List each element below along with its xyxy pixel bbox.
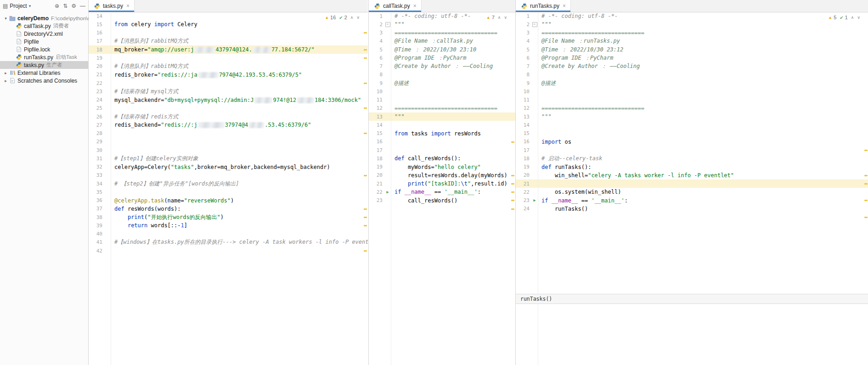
code-line[interactable]: 17#【消息队列】rabbitMQ方式 bbox=[89, 37, 368, 45]
code-line[interactable]: 9@描述 bbox=[516, 79, 868, 87]
tree-item-scratches[interactable]: ▸Scratches and Consoles bbox=[0, 77, 88, 84]
project-panel-title[interactable]: Project bbox=[10, 3, 27, 9]
tree-item-runtasks-py[interactable]: runTasks.py启动Task bbox=[0, 53, 88, 61]
dropdown-arrow-icon[interactable]: ▾ bbox=[29, 4, 31, 8]
code-line[interactable]: 19def runTasks(): bbox=[516, 163, 868, 171]
code-line[interactable]: 35 bbox=[89, 188, 368, 196]
code-line[interactable]: 37def resWords(words): bbox=[89, 205, 368, 213]
scrollbar[interactable] bbox=[510, 24, 515, 365]
code-line[interactable]: 15from celery import Celery bbox=[89, 20, 368, 28]
code-line[interactable]: 18mq_broker="amqp://user:j437974@124.77.… bbox=[89, 45, 368, 54]
code-line[interactable]: 34# 【step2】创建"异步任务"[words的反向输出] bbox=[89, 180, 368, 188]
inspection-widget[interactable]: ▲7 ✔ ∧ ∨ bbox=[486, 15, 507, 20]
inspection-widget[interactable]: ▲5 ✔1 ∧ ∨ bbox=[828, 15, 860, 20]
code-line[interactable]: 4@File Name ：runTasks.py bbox=[516, 37, 868, 45]
code-line[interactable]: 11 bbox=[516, 96, 868, 104]
code-line[interactable]: 15 bbox=[516, 129, 868, 138]
close-icon[interactable]: × bbox=[413, 3, 417, 9]
code-line[interactable]: 25 bbox=[89, 104, 368, 112]
next-issue-icon[interactable]: ∨ bbox=[857, 15, 860, 20]
code-line[interactable]: 24 runTasks() bbox=[516, 205, 868, 213]
code-line[interactable]: 41#【windows】在tasks.py所在的目录执行---> celery … bbox=[89, 238, 368, 247]
tree-item-pipfile-lock[interactable]: Pipfile.lock bbox=[0, 45, 88, 53]
project-tool-icon[interactable]: ▤ bbox=[3, 3, 8, 9]
code-line[interactable]: 27redis_backend="redis://:j37974@4.53.45… bbox=[89, 121, 368, 129]
fold-icon[interactable]: − bbox=[532, 22, 537, 27]
scrollbar[interactable] bbox=[863, 24, 868, 365]
code-line[interactable]: 38 print("开始执行words的反向输出") bbox=[89, 213, 368, 221]
code-line[interactable]: 8 bbox=[516, 71, 868, 79]
close-icon[interactable]: × bbox=[563, 3, 566, 9]
locate-file-icon[interactable]: ⊕ bbox=[55, 3, 59, 9]
tab-runtasks-py[interactable]: runTasks.py × bbox=[516, 0, 571, 12]
prev-issue-icon[interactable]: ∧ bbox=[498, 15, 501, 20]
code-line[interactable]: 20#【消息队列】rabbitMQ方式 bbox=[89, 62, 368, 71]
scrollbar[interactable] bbox=[362, 24, 368, 365]
editor-body[interactable]: 1# -*- coding: utf-8 -*-2−"""3==========… bbox=[369, 12, 515, 365]
next-issue-icon[interactable]: ∨ bbox=[356, 15, 360, 20]
code-line[interactable]: 22 os.system(win_shell) bbox=[516, 188, 868, 196]
breadcrumb-item[interactable]: runTasks() bbox=[520, 296, 552, 302]
collapsed-arrow-icon[interactable]: ▸ bbox=[3, 71, 9, 75]
code-line[interactable]: 42 bbox=[89, 247, 368, 255]
editor-body[interactable]: 1415from celery import Celery1617#【消息队列】… bbox=[89, 12, 368, 365]
collapsed-arrow-icon[interactable]: ▸ bbox=[3, 79, 9, 83]
fold-icon[interactable]: − bbox=[385, 22, 390, 27]
code-line[interactable]: 21 bbox=[516, 180, 868, 188]
tab-tasks-py[interactable]: tasks.py × bbox=[89, 0, 135, 12]
code-line[interactable]: 17 bbox=[516, 146, 868, 154]
prev-issue-icon[interactable]: ∧ bbox=[350, 15, 354, 20]
prev-issue-icon[interactable]: ∧ bbox=[851, 15, 854, 20]
code-line[interactable]: 7@Create by Author ： ——Cooling bbox=[516, 62, 868, 71]
tab-calltask-py[interactable]: callTask.py × bbox=[369, 0, 422, 12]
hide-panel-icon[interactable]: — bbox=[80, 3, 85, 9]
expanded-arrow-icon[interactable]: ▾ bbox=[3, 16, 9, 21]
code-line[interactable]: 39 return words[::-1] bbox=[89, 221, 368, 230]
code-line[interactable]: 21redis_broker="redis://:ja7974@42.193.5… bbox=[89, 71, 368, 79]
tree-item-calltask-py[interactable]: callTask.py消费者 bbox=[0, 22, 88, 30]
code-line[interactable]: 22 bbox=[89, 79, 368, 87]
code-line[interactable]: 2−""" bbox=[516, 20, 868, 28]
code-line[interactable]: 36@celeryApp.task(name="reverseWords") bbox=[89, 197, 368, 205]
code-line[interactable]: 33 bbox=[89, 171, 368, 180]
code-text: #【消息队列】rabbitMQ方式 bbox=[111, 37, 188, 45]
code-line[interactable]: 16 bbox=[89, 29, 368, 37]
code-line[interactable]: 32celeryApp=Celery("tasks",broker=mq_bro… bbox=[89, 163, 368, 171]
tree-item-celerydemo[interactable]: ▾celeryDemoF:\code\python\ce bbox=[0, 14, 88, 22]
settings-icon[interactable]: ⚙ bbox=[71, 3, 76, 9]
code-line[interactable]: 19 bbox=[89, 54, 368, 62]
tree-item-pipfile[interactable]: Pipfile bbox=[0, 38, 88, 45]
code-line[interactable]: 14 bbox=[516, 121, 868, 129]
tree-item-directoryv2-xml[interactable]: <>DirectoryV2.xml bbox=[0, 30, 88, 38]
next-issue-icon[interactable]: ∨ bbox=[504, 15, 507, 20]
breadcrumb[interactable]: runTasks() bbox=[516, 294, 868, 304]
tree-item-external-libraries[interactable]: ▸External Libraries bbox=[0, 69, 88, 77]
code-line[interactable]: 5@Time ： 2022/10/30 23:12 bbox=[516, 45, 868, 54]
code-line[interactable]: 28 bbox=[89, 129, 368, 138]
code-line[interactable]: 23#【结果存储】mysql方式 bbox=[89, 87, 368, 95]
code-line[interactable]: 16import os bbox=[516, 138, 868, 146]
code-line[interactable]: 31#【step1】创建celery实例对象 bbox=[89, 154, 368, 163]
code-line[interactable]: 30 bbox=[89, 146, 368, 154]
code-line[interactable]: 6@Program IDE ：PyCharm bbox=[516, 54, 868, 62]
inspection-widget[interactable]: ▲16 ✔2 ∧ ∨ bbox=[325, 15, 360, 20]
close-icon[interactable]: × bbox=[126, 3, 130, 9]
code-line[interactable]: 23▶if __name__ == '__main__': bbox=[516, 197, 868, 205]
editor-body[interactable]: 1# -*- coding: utf-8 -*-2−"""3==========… bbox=[516, 12, 868, 365]
code-line[interactable]: 12=============================== bbox=[516, 104, 868, 112]
code-line[interactable]: 10 bbox=[516, 87, 868, 95]
code-line[interactable]: 40 bbox=[89, 230, 368, 238]
tree-item-tasks-py[interactable]: tasks.py生产者 bbox=[0, 61, 88, 69]
code-line[interactable]: 24mysql_backendr="db+mysql+pymysql://adm… bbox=[89, 96, 368, 104]
code-line[interactable]: 20 win_shell="celery -A tasks worker -l … bbox=[516, 171, 868, 180]
code-line[interactable]: 29 bbox=[89, 138, 368, 146]
code-line[interactable]: 18# 启动--celery-task bbox=[516, 154, 868, 163]
code-line[interactable]: 3=============================== bbox=[516, 29, 868, 37]
code-line[interactable]: 13""" bbox=[516, 112, 868, 121]
code-line[interactable]: 26#【结果存储】redis方式 bbox=[89, 112, 368, 121]
tab-bar: tasks.py × bbox=[89, 0, 368, 12]
run-icon[interactable]: ▶ bbox=[533, 198, 535, 202]
run-icon[interactable]: ▶ bbox=[386, 190, 389, 194]
collapse-all-icon[interactable]: ⇅ bbox=[63, 3, 68, 9]
code-line[interactable]: 1# -*- coding: utf-8 -*- bbox=[516, 12, 868, 20]
